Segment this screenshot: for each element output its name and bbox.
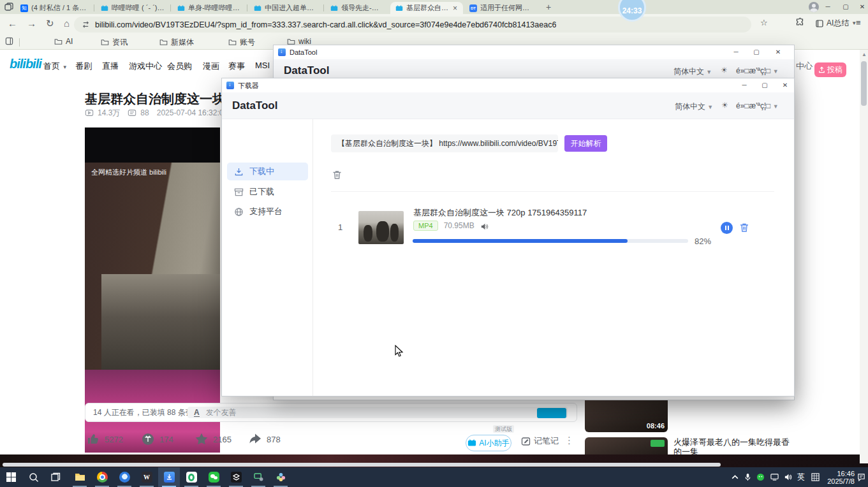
ai-summary-button[interactable]: AI总结 ▼ xyxy=(815,18,857,29)
tray-chevron-icon[interactable] xyxy=(731,467,739,487)
chrome-icon[interactable] xyxy=(91,467,113,487)
close-icon[interactable]: ✕ xyxy=(769,45,787,59)
green-app-icon[interactable] xyxy=(180,467,202,487)
horizontal-scrollbar[interactable] xyxy=(3,463,721,467)
new-tab-button[interactable]: + xyxy=(546,2,551,12)
wechat-icon[interactable] xyxy=(203,467,224,487)
ime-grid-icon[interactable] xyxy=(811,467,820,487)
sidebar-item-downloading[interactable]: 下载中 xyxy=(227,163,308,180)
maximize-icon[interactable]: ▢ xyxy=(747,45,765,59)
downloader-titlebar[interactable]: 下载器 ─ ▢ ✕ xyxy=(222,78,794,92)
start-parse-button[interactable]: 开始解析 xyxy=(564,135,607,152)
tab-search-icon[interactable] xyxy=(4,3,13,11)
vertical-scrollbar[interactable]: ▲ xyxy=(860,50,868,463)
address-bar[interactable]: bilibili.com/video/BV19T3EzDEU4/?spm_id_… xyxy=(74,17,751,33)
side-panel-icon[interactable] xyxy=(5,37,13,45)
danmaku-input[interactable]: A 发个友善 xyxy=(188,407,568,418)
video-duration: 08:46 xyxy=(647,422,665,430)
pause-button[interactable] xyxy=(721,222,733,234)
nav-manga[interactable]: 漫画 xyxy=(203,61,219,72)
browser-minimize-button[interactable]: ─ xyxy=(820,0,835,14)
share-button[interactable]: 878 xyxy=(248,432,281,446)
bookmark-folder-news[interactable]: 资讯 xyxy=(101,37,128,48)
like-button[interactable]: 5272 xyxy=(86,432,123,446)
forward-button[interactable]: → xyxy=(27,18,36,29)
extensions-icon[interactable] xyxy=(796,18,805,29)
browser-tab[interactable]: 知 (4 封私信 / 1 条消息) xyxy=(15,2,94,14)
browser-tab[interactable]: 中国进入超单身时代_ xyxy=(249,2,324,14)
capcut-icon[interactable] xyxy=(225,467,247,487)
scrollbar-thumb[interactable] xyxy=(861,61,867,106)
ime-indicator[interactable]: 英 xyxy=(797,467,805,487)
wechat-tray-icon[interactable] xyxy=(756,467,765,487)
nav-esports[interactable]: 赛事 xyxy=(228,61,245,72)
browser-profile-avatar[interactable] xyxy=(809,2,819,12)
ai-assistant-button[interactable]: AI小助手 xyxy=(466,435,511,451)
browser-tab[interactable]: 哔哩哔哩 ( ´- ´)つロ xyxy=(96,2,171,14)
browser-maximize-button[interactable]: ▢ xyxy=(838,0,853,14)
minimize-icon[interactable]: ─ xyxy=(727,45,745,59)
file-explorer-icon[interactable] xyxy=(69,467,91,487)
browser-menu-icon[interactable]: ≡ xyxy=(856,18,861,27)
volume-tray-icon[interactable] xyxy=(784,467,792,487)
browser-tab-active[interactable]: 基层群众自治制度 × xyxy=(390,2,463,14)
browser-tab[interactable]: DT 适用于任何网站的快 xyxy=(464,2,540,14)
video-url-input[interactable]: 【基层群众自治制度这一块】 https://www.bilibili.com/v… xyxy=(331,134,558,152)
flower-app-icon[interactable] xyxy=(270,467,291,487)
minimize-icon[interactable]: ─ xyxy=(735,78,753,92)
datatool-titlebar[interactable]: DataTool ─ ▢ ✕ xyxy=(274,45,794,59)
maximize-icon[interactable]: ▢ xyxy=(756,78,774,92)
nav-home[interactable]: 首页 ▼ xyxy=(43,61,68,72)
theme-toggle-icon[interactable]: ☀ xyxy=(721,66,728,75)
notification-center-icon[interactable] xyxy=(857,467,865,487)
bookmark-folder-ai[interactable]: AI xyxy=(54,37,73,46)
datatool-taskbar-icon[interactable] xyxy=(158,467,180,487)
network-tray-icon[interactable] xyxy=(770,467,779,487)
related-video-title[interactable]: 火爆泽哥最老八的一集吃得最香的一集 xyxy=(673,437,795,456)
bookmark-star-icon[interactable]: ☆ xyxy=(760,18,768,27)
theme-toggle-icon[interactable]: ☀ xyxy=(721,101,728,110)
bookmark-folder-media[interactable]: 新媒体 xyxy=(159,37,194,48)
home-button[interactable]: ⌂ xyxy=(64,18,70,29)
reload-button[interactable]: ↻ xyxy=(46,18,54,29)
task-view-button[interactable] xyxy=(45,467,66,487)
theme-mode-selector[interactable]: é»□æ'ªç¦□ ▼ xyxy=(736,101,779,110)
search-button[interactable] xyxy=(23,467,45,487)
browser-close-button[interactable]: ✕ xyxy=(855,0,868,14)
more-options-icon[interactable]: ⋮ xyxy=(564,435,574,446)
language-selector[interactable]: 简体中文 ▼ xyxy=(675,101,713,112)
start-button[interactable] xyxy=(0,467,22,487)
scroll-up-arrow[interactable]: ▲ xyxy=(862,52,867,57)
language-selector[interactable]: 简体中文 ▼ xyxy=(673,66,712,77)
send-danmaku-button[interactable] xyxy=(537,408,566,418)
danmaku-style-button[interactable]: A xyxy=(194,409,200,417)
nav-live[interactable]: 直播 xyxy=(102,61,119,72)
related-video-thumbnail[interactable]: 08:46 xyxy=(585,400,668,432)
site-info-icon[interactable] xyxy=(82,20,90,29)
sidebar-item-downloaded[interactable]: 已下载 xyxy=(227,183,308,201)
browser-app-icon[interactable] xyxy=(114,467,135,487)
back-button[interactable]: ← xyxy=(8,18,17,29)
close-icon[interactable]: ✕ xyxy=(776,78,794,92)
nav-game-center[interactable]: 游戏中心 xyxy=(129,61,162,72)
take-notes-button[interactable]: 记笔记 xyxy=(521,435,559,447)
upload-post-button[interactable]: 投稿 xyxy=(814,62,846,77)
favorite-button[interactable]: 2165 xyxy=(195,432,232,446)
microphone-tray-icon[interactable] xyxy=(744,467,752,487)
delete-download-button[interactable] xyxy=(739,222,750,233)
browser-tab[interactable]: 领导先走-哔哩哔哩_b xyxy=(325,2,390,14)
screen-tool-icon[interactable] xyxy=(247,467,269,487)
clear-list-trash-icon[interactable] xyxy=(332,170,342,180)
taskbar-clock[interactable]: 16:46 2025/7/8 xyxy=(825,467,855,487)
sidebar-item-platforms[interactable]: 支持平台 xyxy=(227,203,308,221)
nav-bangumi[interactable]: 番剧 xyxy=(75,61,92,72)
browser-tab[interactable]: 单身-哔哩哔哩_bilibili xyxy=(172,2,247,14)
word-app-icon[interactable]: W xyxy=(136,467,158,487)
bookmark-folder-account[interactable]: 账号 xyxy=(228,37,255,48)
coin-button[interactable]: 174 xyxy=(141,432,173,446)
nav-msi[interactable]: MSI xyxy=(255,61,270,70)
tab-close-icon[interactable]: × xyxy=(452,4,458,13)
bilibili-logo[interactable]: bilibili xyxy=(10,57,41,71)
theme-mode-selector[interactable]: é»□æ'ªç¦□ ▼ xyxy=(736,66,779,75)
nav-vip-shop[interactable]: 会员购 xyxy=(167,61,192,72)
